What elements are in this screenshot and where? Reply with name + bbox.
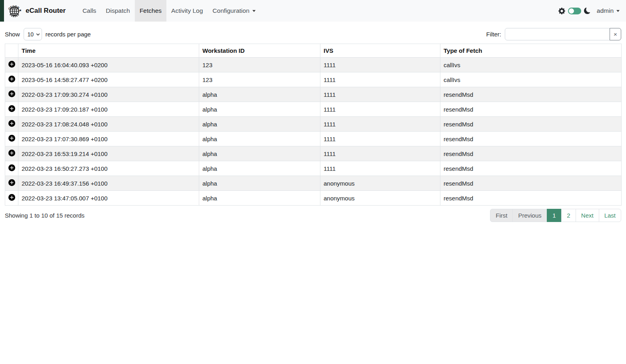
cell-type-of-fetch: callIvs <box>440 58 622 72</box>
cell-ivs: 1111 <box>320 72 440 87</box>
app-header: OECON ★ eCall Router CallsDispatchFetche… <box>0 0 626 22</box>
expand-row-button[interactable] <box>8 120 15 128</box>
cell-type-of-fetch: resendMsd <box>440 161 622 176</box>
user-menu[interactable]: admin <box>597 7 620 14</box>
nav-item-configuration[interactable]: Configuration <box>208 0 260 22</box>
cell-time: 2022-03-23 16:49:37.156 +0100 <box>18 176 199 191</box>
cell-type-of-fetch: resendMsd <box>440 132 622 146</box>
cell-time: 2023-05-16 14:58:27.477 +0200 <box>18 72 199 87</box>
cell-type-of-fetch: resendMsd <box>440 117 622 132</box>
table-row: 2022-03-23 16:53:19.214 +0100alpha1111re… <box>5 146 622 161</box>
page-1-button[interactable]: 1 <box>547 209 562 222</box>
expand-row-button[interactable] <box>8 76 15 84</box>
cell-expand <box>5 58 18 72</box>
theme-toggle[interactable] <box>568 8 581 14</box>
nav-item-calls[interactable]: Calls <box>78 0 101 22</box>
gear-icon[interactable] <box>558 8 565 14</box>
nav-item-activity-log[interactable]: Activity Log <box>166 0 208 22</box>
cell-type-of-fetch: callIvs <box>440 72 622 87</box>
column-header-ivs[interactable]: IVS <box>320 44 440 58</box>
cell-expand <box>5 72 18 87</box>
show-label: Show <box>5 31 20 38</box>
filter-label: Filter: <box>486 31 502 38</box>
cell-expand <box>5 102 18 117</box>
nav-item-fetches[interactable]: Fetches <box>135 0 166 22</box>
table-row: 2022-03-23 17:07:30.869 +0100alpha1111re… <box>5 132 622 146</box>
cell-expand <box>5 117 18 132</box>
column-header-workstation[interactable]: Workstation ID <box>199 44 320 58</box>
x-icon: × <box>614 31 617 37</box>
column-header-time[interactable]: Time <box>18 44 199 58</box>
cell-time: 2022-03-23 17:09:20.187 +0100 <box>18 102 199 117</box>
cell-workstation-id: alpha <box>199 102 320 117</box>
expand-row-button[interactable] <box>8 194 15 202</box>
cell-ivs: 1111 <box>320 117 440 132</box>
expand-row-button[interactable] <box>8 135 15 143</box>
cell-workstation-id: alpha <box>199 117 320 132</box>
cell-time: 2023-05-16 16:04:40.093 +0200 <box>18 58 199 72</box>
header-accent-bar <box>0 0 4 22</box>
expand-row-button[interactable] <box>8 105 15 113</box>
expand-row-button[interactable] <box>8 164 15 172</box>
table-row: 2023-05-16 16:04:40.093 +02001231111call… <box>5 58 622 72</box>
cell-expand <box>5 87 18 102</box>
records-table: Time Workstation ID IVS Type of Fetch 20… <box>5 44 622 206</box>
cell-workstation-id: 123 <box>199 58 320 72</box>
page-previous-button[interactable]: Previous <box>512 209 547 222</box>
table-body: 2023-05-16 16:04:40.093 +02001231111call… <box>5 58 622 206</box>
page-last-button[interactable]: Last <box>599 209 621 222</box>
cell-time: 2022-03-23 17:09:30.274 +0100 <box>18 87 199 102</box>
cell-workstation-id: alpha <box>199 176 320 191</box>
column-header-type[interactable]: Type of Fetch <box>440 44 622 58</box>
expand-row-button[interactable] <box>8 90 15 98</box>
table-row: 2022-03-23 16:49:37.156 +0100alphaanonym… <box>5 176 622 191</box>
nav-item-dispatch[interactable]: Dispatch <box>101 0 135 22</box>
cell-ivs: 1111 <box>320 132 440 146</box>
page-2-button[interactable]: 2 <box>561 209 576 222</box>
globe-logo-icon: OECON ★ <box>6 3 22 19</box>
cell-workstation-id: alpha <box>199 191 320 206</box>
cell-type-of-fetch: resendMsd <box>440 191 622 206</box>
plus-circle-icon <box>8 61 15 69</box>
cell-ivs: 1111 <box>320 161 440 176</box>
records-summary: Showing 1 to 10 of 15 records <box>5 212 84 219</box>
plus-circle-icon <box>8 179 15 187</box>
filter-input[interactable] <box>505 28 610 40</box>
filter-group: Filter: × <box>486 28 622 40</box>
cell-time: 2022-03-23 17:07:30.869 +0100 <box>18 132 199 146</box>
main-nav: CallsDispatchFetchesActivity LogConfigur… <box>78 0 260 22</box>
cell-ivs: 1111 <box>320 146 440 161</box>
cell-workstation-id: alpha <box>199 146 320 161</box>
moon-icon[interactable] <box>584 8 590 14</box>
cell-type-of-fetch: resendMsd <box>440 87 622 102</box>
table-footer: Showing 1 to 10 of 15 records FirstPrevi… <box>5 209 621 222</box>
cell-type-of-fetch: resendMsd <box>440 102 622 117</box>
cell-time: 2022-03-23 17:08:24.048 +0100 <box>18 117 199 132</box>
table-row: 2022-03-23 17:09:20.187 +0100alpha1111re… <box>5 102 622 117</box>
expand-row-button[interactable] <box>8 179 15 187</box>
page-next-button[interactable]: Next <box>576 209 599 222</box>
expand-row-button[interactable] <box>8 150 15 158</box>
records-per-page-label: records per page <box>46 31 91 38</box>
expand-row-button[interactable] <box>8 61 15 69</box>
user-name: admin <box>597 7 614 14</box>
cell-workstation-id: alpha <box>199 87 320 102</box>
table-row: 2022-03-23 13:47:05.007 +0100alphaanonym… <box>5 191 622 206</box>
cell-ivs: anonymous <box>320 191 440 206</box>
table-controls: Show 10 records per page Filter: × <box>5 28 621 40</box>
page-first-button[interactable]: First <box>490 209 513 222</box>
plus-circle-icon <box>8 164 15 172</box>
cell-type-of-fetch: resendMsd <box>440 176 622 191</box>
plus-circle-icon <box>8 194 15 202</box>
clear-filter-button[interactable]: × <box>610 28 621 40</box>
cell-expand <box>5 161 18 176</box>
page-size-select[interactable]: 10 <box>24 28 42 40</box>
cell-ivs: 1111 <box>320 58 440 72</box>
plus-circle-icon <box>8 120 15 128</box>
toggle-knob <box>569 8 574 14</box>
cell-workstation-id: 123 <box>199 72 320 87</box>
brand[interactable]: OECON ★ eCall Router <box>4 0 70 22</box>
caret-down-icon <box>616 10 620 12</box>
plus-circle-icon <box>8 76 15 84</box>
brand-title: eCall Router <box>26 7 66 15</box>
